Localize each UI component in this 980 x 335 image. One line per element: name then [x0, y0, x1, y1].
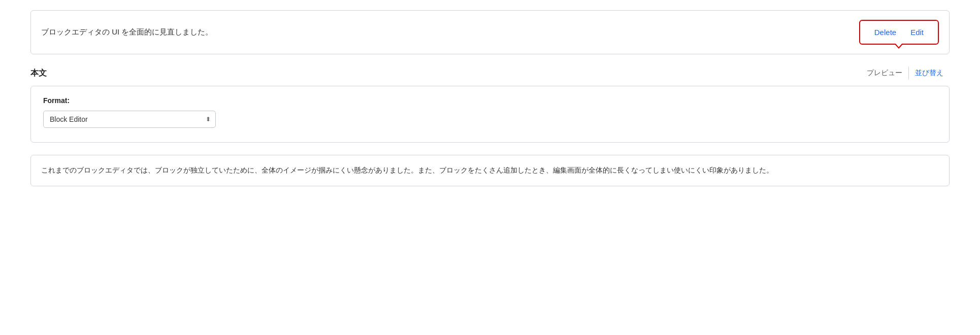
section-header: 本文 プレビュー 並び替え: [30, 66, 950, 80]
page-wrapper: ブロックエディタの UI を全面的に見直しました。 Delete Edit 本文…: [0, 0, 980, 196]
top-text-block: ブロックエディタの UI を全面的に見直しました。 Delete Edit: [30, 10, 950, 54]
sort-link[interactable]: 並び替え: [909, 66, 950, 80]
delete-edit-box: Delete Edit: [859, 20, 939, 45]
bottom-text-block: これまでのブロックエディタでは、ブロックが独立していたために、全体のイメージが掴…: [30, 155, 950, 186]
format-select[interactable]: Block Editor Markdown HTML: [43, 111, 216, 128]
delete-edit-popup: Delete Edit: [859, 20, 939, 45]
section-actions: プレビュー 並び替え: [861, 66, 950, 80]
edit-button[interactable]: Edit: [908, 27, 926, 38]
delete-button[interactable]: Delete: [872, 27, 898, 38]
format-label: Format:: [43, 96, 937, 105]
format-block: Format: Block Editor Markdown HTML ⬍: [30, 86, 950, 143]
section-title: 本文: [30, 68, 47, 79]
top-text-content: ブロックエディタの UI を全面的に見直しました。: [41, 27, 213, 37]
preview-link[interactable]: プレビュー: [861, 66, 909, 80]
bottom-text-content: これまでのブロックエディタでは、ブロックが独立していたために、全体のイメージが掴…: [41, 164, 939, 177]
format-select-wrapper: Block Editor Markdown HTML ⬍: [43, 111, 216, 128]
